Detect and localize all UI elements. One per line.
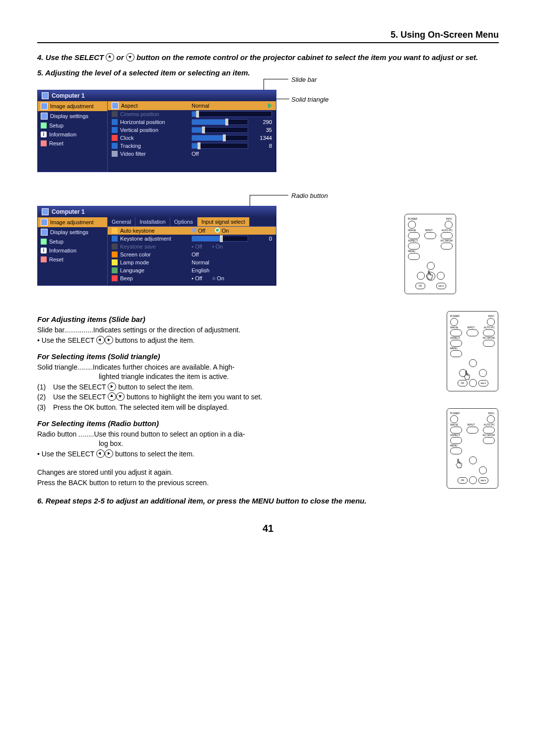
radio-off: • Off xyxy=(192,244,202,250)
autopc-button xyxy=(441,232,453,239)
noshow-button xyxy=(483,340,495,347)
select-up-icon xyxy=(108,392,116,401)
tab-general[interactable]: General xyxy=(108,217,135,226)
row-value: Normal xyxy=(192,259,226,265)
callout-radio-button: Radio button xyxy=(291,192,328,199)
select-right-icon xyxy=(105,336,113,344)
radio-on-label: On xyxy=(217,275,224,281)
osd-row-beep[interactable]: Beep • Off ○ On xyxy=(108,274,276,282)
page-number: 41 xyxy=(37,523,499,534)
body-two-col: For Adjusting items (Slide bar) Slide ba… xyxy=(37,308,499,489)
osd-row-aspect[interactable]: Aspect Normal xyxy=(108,101,276,110)
callout-slide-bar: Slide bar xyxy=(291,76,317,83)
sidebar-item-setup[interactable]: Setup xyxy=(38,237,107,246)
osd1-content: Aspect Normal Cinema position Horizontal… xyxy=(108,101,276,172)
osd-row-keystone-adjustment[interactable]: Keystone adjustment 0 xyxy=(108,235,276,243)
osd-row-clock[interactable]: Clock 1344 xyxy=(108,134,276,142)
tri-step-3: (3)Press the OK button. The selected ite… xyxy=(37,403,335,412)
remote-diagram-3: POWERINFO. IMAGEINPUTAUTO PC ASPECTNO SH… xyxy=(447,408,498,489)
slider[interactable] xyxy=(192,143,248,149)
osd-row-tracking[interactable]: Tracking 8 xyxy=(108,142,276,150)
tab-installation[interactable]: Installation xyxy=(135,217,170,226)
osd-row-vertical-position[interactable]: Vertical position 35 xyxy=(108,126,276,134)
row-label: Lamp mode xyxy=(120,259,149,265)
remote-noshow-label: NO SHOW xyxy=(483,434,495,437)
row-number: 8 xyxy=(251,143,272,149)
back-button: BACK xyxy=(436,283,446,289)
remote-noshow-label: NO SHOW xyxy=(483,337,495,339)
remote-power-label: POWER xyxy=(450,315,460,317)
slider[interactable] xyxy=(192,119,248,125)
row-label: Beep xyxy=(120,275,133,281)
aspect-button xyxy=(408,243,420,250)
sidebar-item-image-adjustment[interactable]: Image adjustment xyxy=(38,217,107,227)
slider[interactable] xyxy=(192,236,248,242)
radio-on[interactable]: On xyxy=(215,228,229,234)
row-label: Language xyxy=(120,267,144,273)
row-label: Keystone adjustment xyxy=(120,236,171,242)
osd-screen-1: Computer 1 Image adjustment Display sett… xyxy=(37,90,276,172)
select-down-icon xyxy=(126,53,134,62)
vpos-icon xyxy=(112,127,118,133)
osd-row-screen-color[interactable]: Screen color Off xyxy=(108,251,276,258)
dpad-up xyxy=(427,262,435,270)
sidebar-item-reset[interactable]: Reset xyxy=(38,255,107,264)
radio-off[interactable]: Off xyxy=(192,228,205,234)
remote-image-label: IMAGE xyxy=(450,424,458,426)
noshow-button xyxy=(483,437,495,444)
sidebar-item-information[interactable]: iInformation xyxy=(38,246,107,255)
image-adjust-icon xyxy=(41,219,48,226)
osd-row-video-filter[interactable]: Video filter Off xyxy=(108,150,276,158)
power-button xyxy=(450,318,458,326)
keyadj-icon xyxy=(112,236,118,242)
remote-autopc-label: AUTO PC xyxy=(442,229,453,232)
dpad-down xyxy=(469,476,477,484)
setup-icon xyxy=(41,239,47,245)
osd-row-cinema-position: Cinema position xyxy=(108,110,276,118)
sidebar-item-reset[interactable]: Reset xyxy=(38,139,107,148)
back-button-note: Press the BACK button to return to the p… xyxy=(37,478,335,488)
sidebar-item-display-settings[interactable]: Display settings xyxy=(38,227,107,237)
sidebar-item-display-settings[interactable]: Display settings xyxy=(38,111,107,121)
remote-diagram-1: POWERINFO. IMAGEINPUTAUTO PC ASPECTNO SH… xyxy=(404,214,456,294)
sidebar-label: Image adjustment xyxy=(50,219,93,225)
noshow-button xyxy=(441,243,453,250)
solid-triangle-description: Solid triangle........Indicates further … xyxy=(37,363,335,381)
osd2-sidebar: Image adjustment Display settings Setup … xyxy=(38,217,108,285)
row-label: Aspect xyxy=(121,103,138,109)
osd-row-auto-keystone[interactable]: Auto keystone Off On xyxy=(108,227,276,235)
radio-off[interactable]: • Off xyxy=(192,275,202,281)
osd1-sidebar: Image adjustment Display settings Setup … xyxy=(38,101,108,172)
sidebar-label: Setup xyxy=(49,123,64,128)
slider[interactable] xyxy=(192,135,248,141)
tab-input-signal-select[interactable]: Input signal select xyxy=(198,217,250,226)
row-label: Vertical position xyxy=(120,127,158,133)
sidebar-label: Reset xyxy=(49,140,64,146)
remote-diagram-2: POWERINFO. IMAGEINPUTAUTO PC ASPECTNO SH… xyxy=(447,311,498,391)
sidebar-item-image-adjustment[interactable]: Image adjustment xyxy=(38,101,107,111)
remote-power-label: POWER xyxy=(408,218,417,220)
remote-info-label: INFO. xyxy=(488,315,495,317)
slider[interactable] xyxy=(192,127,248,133)
row-value: Off xyxy=(192,252,226,257)
osd-row-lamp-mode[interactable]: Lamp mode Normal xyxy=(108,258,276,266)
remote-aspect-label: ASPECT xyxy=(450,337,460,339)
row-label: Tracking xyxy=(120,143,141,149)
computer-icon xyxy=(42,92,49,99)
tri-step-2: (2)Use the SELECT buttons to highlight t… xyxy=(37,392,335,402)
sidebar-item-information[interactable]: iInformation xyxy=(38,130,107,139)
ok-button: OK xyxy=(458,477,468,484)
hand-pointer-icon xyxy=(454,458,463,469)
radio-on[interactable]: ○ On xyxy=(212,275,224,281)
osd-row-horizontal-position[interactable]: Horizontal position 290 xyxy=(108,118,276,126)
radio-on-label: On xyxy=(221,228,229,234)
sidebar-item-setup[interactable]: Setup xyxy=(38,121,107,130)
osd1-title: Computer 1 xyxy=(38,90,276,101)
row-label: Screen color xyxy=(120,252,151,257)
autopc-button xyxy=(483,427,495,434)
menu-button xyxy=(450,350,462,357)
tab-options[interactable]: Options xyxy=(170,217,198,226)
dpad-right xyxy=(479,369,487,377)
beep-icon xyxy=(112,275,118,281)
osd-row-language[interactable]: Language English xyxy=(108,266,276,274)
